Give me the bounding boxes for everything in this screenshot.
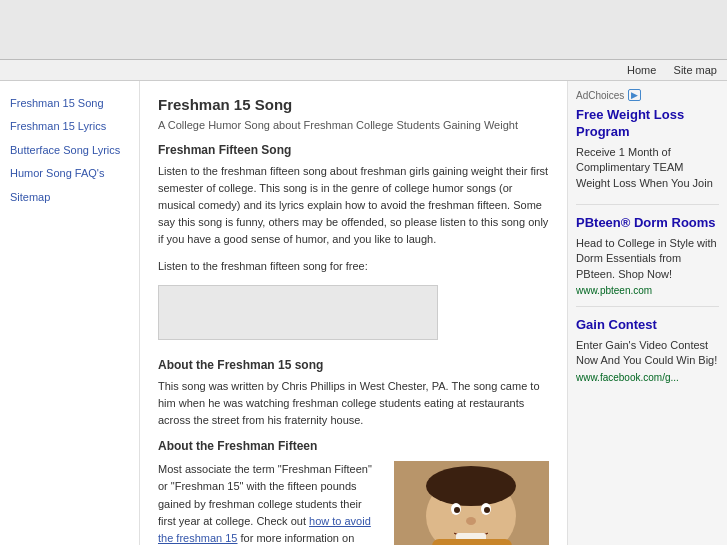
sitemap-link[interactable]: Site map (674, 64, 717, 76)
bottom-section: Most associate the term "Freshman Fiftee… (158, 461, 549, 545)
ad-body-2: Enter Gain's Video Contest Now And You C… (576, 338, 719, 369)
ad-body-1: Head to College in Style with Dorm Essen… (576, 236, 719, 282)
svg-point-6 (484, 507, 490, 513)
header-banner (0, 0, 727, 60)
ad-column: AdChoices ▶ Free Weight Loss Program Rec… (567, 81, 727, 545)
section2-heading: About the Freshman 15 song (158, 358, 549, 372)
ad-block-1: PBteen® Dorm Rooms Head to College in St… (576, 215, 719, 307)
ad-url-2: www.facebook.com/g... (576, 372, 719, 383)
ad-choices-bar: AdChoices ▶ (576, 89, 719, 101)
home-link[interactable]: Home (627, 64, 656, 76)
ad-choices-icon: ▶ (628, 89, 641, 101)
svg-point-5 (454, 507, 460, 513)
ad-title-1[interactable]: PBteen® Dorm Rooms (576, 215, 719, 232)
sidebar-item-sitemap[interactable]: Sitemap (10, 190, 129, 205)
main-content: Freshman 15 Song A College Humor Song ab… (140, 81, 567, 545)
ad-body-0: Receive 1 Month of Complimentary TEAM We… (576, 145, 719, 191)
svg-point-2 (426, 466, 516, 506)
section1-heading: Freshman Fifteen Song (158, 143, 549, 157)
ad-title-0[interactable]: Free Weight Loss Program (576, 107, 719, 141)
sidebar: Freshman 15 Song Freshman 15 Lyrics Butt… (0, 81, 140, 545)
ad-block-0: Free Weight Loss Program Receive 1 Month… (576, 107, 719, 205)
content-area: Freshman 15 Song Freshman 15 Lyrics Butt… (0, 81, 727, 545)
ad-block-2: Gain Contest Enter Gain's Video Contest … (576, 317, 719, 393)
section3-body: Most associate the term "Freshman Fiftee… (158, 461, 380, 545)
page-title: Freshman 15 Song (158, 96, 549, 113)
burger-image (394, 461, 549, 545)
section3-heading: About the Freshman Fifteen (158, 439, 549, 453)
bottom-text: Most associate the term "Freshman Fiftee… (158, 461, 380, 545)
section2-body: This song was written by Chris Phillips … (158, 378, 549, 429)
sidebar-item-butterface[interactable]: Butterface Song Lyrics (10, 143, 129, 158)
sidebar-item-song[interactable]: Freshman 15 Song (10, 96, 129, 111)
ad-url-1: www.pbteen.com (576, 285, 719, 296)
section1-body: Listen to the freshman fifteen song abou… (158, 163, 549, 248)
sidebar-item-faq[interactable]: Humor Song FAQ's (10, 166, 129, 181)
listen-label: Listen to the freshman fifteen song for … (158, 258, 549, 275)
svg-rect-9 (432, 539, 512, 545)
sidebar-item-lyrics[interactable]: Freshman 15 Lyrics (10, 119, 129, 134)
audio-player[interactable] (158, 285, 438, 340)
svg-point-7 (466, 517, 476, 525)
ad-choices-label: AdChoices (576, 90, 624, 101)
ad-title-2[interactable]: Gain Contest (576, 317, 719, 334)
page-tagline: A College Humor Song about Freshman Coll… (158, 119, 549, 131)
top-nav: Home Site map (0, 60, 727, 81)
